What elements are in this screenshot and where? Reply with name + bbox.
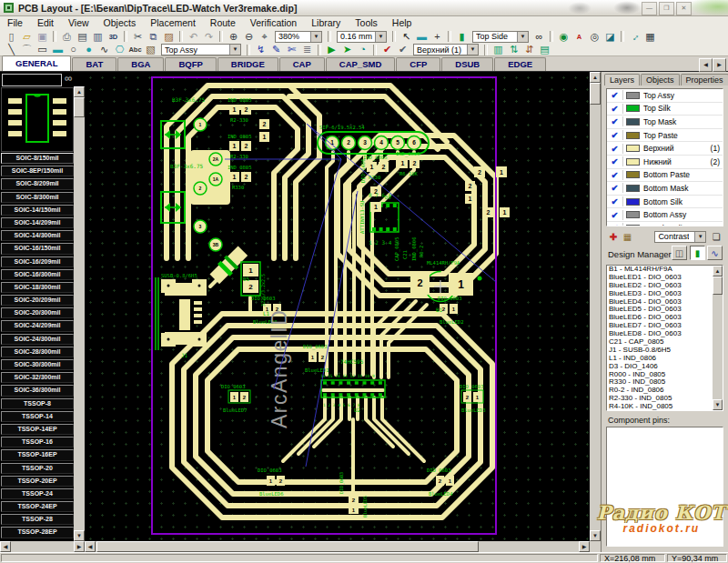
pattern-item[interactable]: SOIC-8/209mil bbox=[1, 178, 74, 189]
layer-row[interactable]: ✔Верхний(1) bbox=[607, 142, 723, 156]
pcb-round-pad[interactable]: 3 bbox=[194, 220, 207, 233]
chevron-down-icon[interactable]: ▼ bbox=[229, 45, 240, 55]
tab-general[interactable]: GENERAL bbox=[2, 55, 71, 71]
layer-display-icon[interactable]: ❏ bbox=[709, 232, 723, 242]
scroll-right-icon[interactable]: ▶ bbox=[579, 541, 590, 552]
layer-color-swatch[interactable] bbox=[626, 118, 640, 126]
pattern-item[interactable]: SOIC-14/150mil bbox=[1, 205, 74, 216]
pcb-pad[interactable]: 1 bbox=[229, 105, 239, 115]
arc-icon[interactable]: ⌒ bbox=[19, 44, 35, 55]
pattern-item[interactable]: SOIC-16/300mil bbox=[1, 269, 74, 280]
pcb-pad[interactable]: 1 bbox=[267, 476, 275, 486]
copy-icon[interactable]: ⧉ bbox=[146, 31, 161, 43]
scroll-up-icon[interactable]: ▲ bbox=[713, 266, 723, 276]
panel-tab-objects[interactable]: Objects bbox=[641, 74, 680, 85]
contrast-combo[interactable]: Contrast ▼ bbox=[654, 231, 706, 243]
pcb-canvas[interactable]: 2112121212211212212121211221122112212112… bbox=[85, 72, 590, 541]
layer-row[interactable]: ✔Bottom Silk bbox=[607, 196, 723, 209]
dm-filter-icon[interactable]: ◫ bbox=[672, 246, 687, 260]
print-preview-icon[interactable]: ▤ bbox=[75, 31, 90, 43]
ellipse-icon[interactable]: ○ bbox=[66, 44, 81, 55]
scroll-thumb[interactable] bbox=[590, 83, 601, 105]
layer-visible-checkbox[interactable]: ✔ bbox=[607, 104, 623, 114]
tab-bridge[interactable]: BRIDGE bbox=[217, 57, 278, 71]
pattern-item[interactable]: TSSOP-24 bbox=[1, 488, 74, 499]
canvas-vertical-scrollbar[interactable]: ▲ ▼ bbox=[590, 72, 601, 541]
edit-route-icon[interactable]: ✎ bbox=[268, 44, 284, 55]
menu-placement[interactable]: Placement bbox=[143, 17, 203, 28]
pcb-pad[interactable]: 2 bbox=[410, 272, 430, 295]
layer-visible-checkbox[interactable]: ✔ bbox=[607, 90, 623, 100]
layer-row[interactable]: ✔Bottom Assy bbox=[607, 208, 723, 222]
pcb-pad[interactable]: 2 bbox=[465, 181, 475, 191]
bus-route-icon[interactable]: ≣ bbox=[299, 44, 315, 55]
pattern-item[interactable]: SOIC-32/300mil bbox=[1, 372, 74, 383]
tab-cap[interactable]: CAP bbox=[279, 57, 325, 71]
pattern-item[interactable]: SOIC-20/209mil bbox=[1, 295, 74, 306]
3d-icon[interactable]: 3D bbox=[106, 31, 121, 43]
save-icon[interactable]: ▣ bbox=[35, 31, 50, 43]
pcb-round-pad[interactable]: 1 bbox=[194, 118, 207, 131]
pcb-pad[interactable]: 2 bbox=[241, 141, 251, 151]
pattern-item[interactable]: SOIC-36/300mil bbox=[1, 385, 74, 396]
polyline-icon[interactable]: ∿ bbox=[96, 44, 112, 55]
component-list-scrollbar[interactable]: ▲ ▼ bbox=[713, 266, 723, 410]
pcb-pad[interactable]: 1 bbox=[370, 202, 381, 212]
pcb-pad[interactable]: 2 bbox=[277, 476, 285, 486]
pcb-pad[interactable]: 1 bbox=[465, 194, 475, 204]
pattern-item[interactable]: SOIC-16/150mil bbox=[1, 243, 74, 254]
layer-row[interactable]: ✔Top Silk bbox=[607, 103, 723, 116]
pcb-pad[interactable]: 2 bbox=[463, 392, 471, 402]
pcb-pad[interactable]: 2 bbox=[243, 280, 258, 293]
pcb-pad[interactable]: 1 bbox=[243, 264, 258, 276]
pattern-item[interactable]: TSSOP-28EP bbox=[1, 527, 74, 538]
sidebar-horizontal-scrollbar[interactable]: ◀ ▶ bbox=[0, 541, 85, 552]
pcb-pad[interactable]: 1 bbox=[449, 273, 473, 296]
statistics-icon[interactable]: ▥ bbox=[490, 44, 506, 55]
place-text-icon[interactable]: A bbox=[571, 31, 587, 43]
pcb-pad[interactable]: 2 bbox=[240, 392, 248, 402]
add-layer-icon[interactable]: ✚ bbox=[606, 232, 621, 242]
run-autoroute-icon[interactable]: ▶ bbox=[324, 44, 339, 55]
scroll-thumb[interactable] bbox=[74, 97, 85, 117]
timer-icon[interactable]: ◔ bbox=[355, 44, 370, 55]
layer-row[interactable]: ✔Top Assy bbox=[607, 89, 723, 103]
layer-color-swatch[interactable] bbox=[626, 171, 640, 178]
chevron-down-icon[interactable]: ▼ bbox=[517, 32, 528, 42]
layer-visible-checkbox[interactable]: ✔ bbox=[607, 210, 623, 220]
pcb-pad[interactable]: 2 bbox=[483, 207, 493, 217]
layer-color-swatch[interactable] bbox=[626, 105, 640, 112]
pcb-pad[interactable]: 2 bbox=[379, 162, 389, 172]
pcb-pad[interactable]: 1 bbox=[446, 476, 454, 486]
pattern-item[interactable]: TSSOP-20EP bbox=[1, 476, 74, 487]
layer-color-swatch[interactable] bbox=[626, 145, 640, 152]
scroll-down-icon[interactable]: ▼ bbox=[74, 530, 85, 541]
chevron-down-icon[interactable]: ▼ bbox=[310, 32, 321, 42]
pcb-pad[interactable]: 1 bbox=[496, 166, 507, 177]
tab-dsub[interactable]: DSUB bbox=[441, 57, 493, 71]
layer-visible-checkbox[interactable]: ✔ bbox=[607, 130, 623, 140]
pcb-round-pad[interactable]: 2 bbox=[342, 136, 356, 150]
pcb-round-pad[interactable]: 1 bbox=[326, 136, 339, 150]
pcb-pad[interactable]: 1 bbox=[308, 352, 317, 362]
crosshair-icon[interactable]: + bbox=[430, 31, 445, 43]
zoom-combo[interactable]: 380%▼ bbox=[275, 31, 322, 43]
zoom-in-icon[interactable]: ⊕ bbox=[226, 31, 241, 43]
pattern-item[interactable]: SOIC-8/300mil bbox=[1, 192, 74, 203]
layer-row[interactable]: ✔Top Paste bbox=[607, 129, 723, 143]
pcb-pad[interactable]: 1 bbox=[229, 141, 239, 151]
scroll-up-icon[interactable]: ▲ bbox=[74, 86, 85, 97]
layer-row[interactable]: ✔Top Mask bbox=[607, 116, 723, 129]
component-icon[interactable]: ▮ bbox=[454, 31, 470, 43]
layer-color-swatch[interactable] bbox=[626, 198, 640, 206]
layer-visible-checkbox[interactable]: ✔ bbox=[607, 116, 623, 126]
update-icon[interactable]: ⇅ bbox=[506, 44, 521, 55]
pcb-pad[interactable]: 1 bbox=[230, 392, 238, 402]
layer-setup-icon[interactable]: ▦ bbox=[621, 232, 635, 242]
pcb-round-pad[interactable]: 5 bbox=[391, 136, 405, 150]
layer-visible-checkbox[interactable]: ✔ bbox=[607, 223, 623, 226]
pcb-pad[interactable]: 1 bbox=[229, 172, 239, 182]
pcb-round-pad[interactable]: 1A bbox=[209, 173, 222, 186]
layer-visible-checkbox[interactable]: ✔ bbox=[607, 156, 623, 166]
filled-ellipse-icon[interactable]: ● bbox=[81, 44, 96, 55]
